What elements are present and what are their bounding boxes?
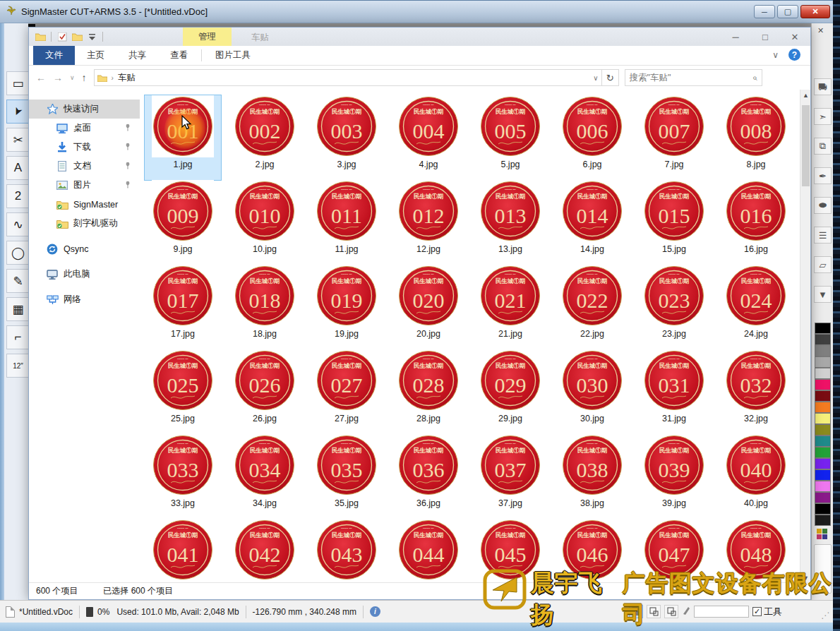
file-tile-37.jpg[interactable]: ▪▪▪▪▪▪▪ ▪▪▪ 民生城①期 037 37.jpg [472,434,548,519]
annotate-pen-icon[interactable] [682,606,690,618]
table-tool-icon[interactable]: ▦ [6,297,28,321]
breadcrumb[interactable]: 车贴 [118,72,136,84]
signmaster-titlebar[interactable]: SignMaster CUT+ARMS 3.5 - [*Untitled.vDo… [0,0,840,23]
file-tile-8.jpg[interactable]: ▪▪▪▪▪▪▪ ▪▪▪ 民生城①期 008 8.jpg [718,95,794,180]
file-tile-43.jpg[interactable]: ▪▪▪▪▪▪▪ ▪▪▪ 民生城①期 043 43.jpg [308,519,385,584]
properties-icon[interactable] [56,32,68,42]
color-swatch[interactable] [815,435,831,447]
ellipse-tool-icon[interactable]: ◯ [6,241,28,265]
file-tile-20.jpg[interactable]: ▪▪▪▪▪▪▪ ▪▪▪ 民生城①期 020 20.jpg [390,265,467,349]
color-swatch[interactable] [815,413,831,424]
resize-grip[interactable]: ⋰ [821,611,830,620]
folder-icon[interactable] [35,32,46,42]
file-tile-32.jpg[interactable]: ▪▪▪▪▪▪▪ ▪▪▪ 民生城①期 032 32.jpg [718,349,794,434]
file-tile-11.jpg[interactable]: ▪▪▪▪▪▪▪ ▪▪▪ 民生城①期 011 11.jpg [308,180,385,265]
file-tile-12.jpg[interactable]: ▪▪▪▪▪▪▪ ▪▪▪ 民生城①期 012 12.jpg [390,180,467,265]
file-tile-29.jpg[interactable]: ▪▪▪▪▪▪▪ ▪▪▪ 民生城①期 029 29.jpg [472,349,548,434]
file-tile-27.jpg[interactable]: ▪▪▪▪▪▪▪ ▪▪▪ 民生城①期 027 27.jpg [308,349,385,434]
file-tile-39.jpg[interactable]: ▪▪▪▪▪▪▪ ▪▪▪ 民生城①期 039 39.jpg [636,434,712,519]
scissors-tool-icon[interactable]: ✂ [6,128,28,152]
tools-toggle[interactable]: ✓ 工具 [752,606,782,618]
file-tile-33.jpg[interactable]: ▪▪▪▪▪▪▪ ▪▪▪ 民生城①期 033 33.jpg [145,434,221,519]
status-value-input[interactable] [694,606,749,618]
sidebar-item-此电脑[interactable]: 此电脑 [29,265,140,284]
file-tile-30.jpg[interactable]: ▪▪▪▪▪▪▪ ▪▪▪ 民生城①期 030 30.jpg [554,349,630,434]
file-tile-35.jpg[interactable]: ▪▪▪▪▪▪▪ ▪▪▪ 民生城①期 035 35.jpg [308,434,385,519]
search-input[interactable]: 搜索"车贴" ⌕ [625,69,762,86]
tab-view[interactable]: 查看 [158,46,200,65]
file-tile-38.jpg[interactable]: ▪▪▪▪▪▪▪ ▪▪▪ 民生城①期 038 38.jpg [554,434,630,519]
file-tile-7.jpg[interactable]: ▪▪▪▪▪▪▪ ▪▪▪ 民生城①期 007 7.jpg [636,95,712,180]
lasso-tool-icon[interactable]: ∿ [6,212,28,236]
select-rectangle-tool-icon[interactable]: ▭ [6,71,28,95]
file-tile-28.jpg[interactable]: ▪▪▪▪▪▪▪ ▪▪▪ 民生城①期 028 28.jpg [390,349,467,434]
file-tile-41.jpg[interactable]: ▪▪▪▪▪▪▪ ▪▪▪ 民生城①期 041 41.jpg [145,519,221,584]
sidebar-item-文档[interactable]: 文档 [29,157,140,176]
color-swatch[interactable] [815,368,831,379]
tab-share[interactable]: 共享 [116,46,158,65]
tab-home[interactable]: 主页 [75,46,116,65]
sidebar-item-网络[interactable]: 网络 [29,290,140,309]
file-tile-40.jpg[interactable]: ▪▪▪▪▪▪▪ ▪▪▪ 民生城①期 040 40.jpg [718,434,794,519]
file-tile-48.jpg[interactable]: ▪▪▪▪▪▪▪ ▪▪▪ 民生城①期 048 48.jpg [718,519,794,584]
file-tile-34.jpg[interactable]: ▪▪▪▪▪▪▪ ▪▪▪ 民生城①期 034 34.jpg [227,434,303,519]
file-tile-47.jpg[interactable]: ▪▪▪▪▪▪▪ ▪▪▪ 民生城①期 047 47.jpg [636,519,712,584]
file-tile-26.jpg[interactable]: ▪▪▪▪▪▪▪ ▪▪▪ 民生城①期 026 26.jpg [227,349,303,434]
shape-numeral-tool-icon[interactable]: 2 [6,184,28,208]
file-tile-45.jpg[interactable]: ▪▪▪▪▪▪▪ ▪▪▪ 民生城①期 045 45.jpg [472,519,548,584]
file-tile-18.jpg[interactable]: ▪▪▪▪▪▪▪ ▪▪▪ 民生城①期 018 18.jpg [227,265,303,349]
color-swatch[interactable] [815,390,831,402]
color-swatch[interactable] [815,379,831,390]
file-tile-14.jpg[interactable]: ▪▪▪▪▪▪▪ ▪▪▪ 民生城①期 014 14.jpg [554,180,630,265]
snap-to-guides-button[interactable] [647,605,661,618]
ribbon-contextual-tab-manage[interactable]: 管理 [183,28,232,46]
file-tile-17.jpg[interactable]: ▪▪▪▪▪▪▪ ▪▪▪ 民生城①期 017 17.jpg [145,265,221,349]
info-icon[interactable]: i [370,606,380,617]
scrollbar-thumb[interactable] [802,105,810,186]
file-tile-13.jpg[interactable]: ▪▪▪▪▪▪▪ ▪▪▪ 民生城①期 013 13.jpg [472,180,548,265]
file-tile-6.jpg[interactable]: ▪▪▪▪▪▪▪ ▪▪▪ 民生城①期 006 6.jpg [554,95,630,180]
scroll-up-icon[interactable]: ▲ [800,90,811,101]
tab-file[interactable]: 文件 [33,46,75,65]
guides-tool-icon[interactable]: ☰ [814,227,832,244]
pencil-tool-icon[interactable]: ✎ [6,269,28,293]
customize-qat-dropdown-icon[interactable] [86,32,97,42]
color-swatch[interactable] [815,515,831,526]
file-tile-16.jpg[interactable]: ▪▪▪▪▪▪▪ ▪▪▪ 民生城①期 016 16.jpg [718,180,794,265]
tab-picture-tools[interactable]: 图片工具 [203,46,263,65]
color-swatch[interactable] [815,323,831,334]
ribbon-collapse-chevron-icon[interactable]: ∨ [772,50,779,60]
file-tile-3.jpg[interactable]: ▪▪▪▪▪▪▪ ▪▪▪ 民生城①期 003 3.jpg [308,95,385,180]
file-tile-46.jpg[interactable]: ▪▪▪▪▪▪▪ ▪▪▪ 民生城①期 046 46.jpg [554,519,630,584]
file-tile-19.jpg[interactable]: ▪▪▪▪▪▪▪ ▪▪▪ 民生城①期 019 19.jpg [308,265,385,349]
file-tile-24.jpg[interactable]: ▪▪▪▪▪▪▪ ▪▪▪ 民生城①期 024 24.jpg [718,265,794,349]
color-swatch[interactable] [815,424,831,435]
file-tile-9.jpg[interactable]: ▪▪▪▪▪▪▪ ▪▪▪ 民生城①期 009 9.jpg [145,180,221,265]
snap-to-grid-button[interactable] [629,605,643,618]
file-tile-42.jpg[interactable]: ▪▪▪▪▪▪▪ ▪▪▪ 民生城①期 042 42.jpg [227,519,303,584]
refresh-icon[interactable]: ↻ [602,69,619,86]
checkbox-checked-icon[interactable]: ✓ [752,607,762,616]
minimize-button[interactable]: ─ [754,5,775,18]
up-icon[interactable]: ↑ [82,72,87,83]
sidebar-item-图片[interactable]: 图片 [29,176,140,195]
pointer-tool-icon[interactable]: ➣ [814,108,832,125]
address-bar[interactable]: › 车贴 ∨ [94,69,602,86]
recent-locations-chevron-icon[interactable]: ∨ [70,74,75,81]
pen-tool-icon[interactable]: ✒ [814,167,832,184]
help-icon[interactable]: ? [788,49,800,61]
close-button[interactable]: ✕ [800,5,830,18]
vehicle-tool-icon[interactable]: ⛟ [814,78,832,95]
file-tile-2.jpg[interactable]: ▪▪▪▪▪▪▪ ▪▪▪ 民生城①期 002 2.jpg [227,95,303,180]
sidebar-item-桌面[interactable]: 桌面 [29,119,140,138]
snap-to-objects-button[interactable] [664,605,678,618]
back-icon[interactable]: ← [36,72,46,83]
color-swatch[interactable] [815,492,831,503]
file-tile-10.jpg[interactable]: ▪▪▪▪▪▪▪ ▪▪▪ 民生城①期 010 10.jpg [227,180,303,265]
explorer-close-button[interactable]: ✕ [785,30,805,44]
explorer-minimize-button[interactable]: ─ [726,30,745,44]
color-swatch[interactable] [815,334,831,345]
color-swatch[interactable] [815,402,831,413]
file-tile-25.jpg[interactable]: ▪▪▪▪▪▪▪ ▪▪▪ 民生城①期 025 25.jpg [145,349,221,434]
file-tile-21.jpg[interactable]: ▪▪▪▪▪▪▪ ▪▪▪ 民生城①期 021 21.jpg [472,265,548,349]
